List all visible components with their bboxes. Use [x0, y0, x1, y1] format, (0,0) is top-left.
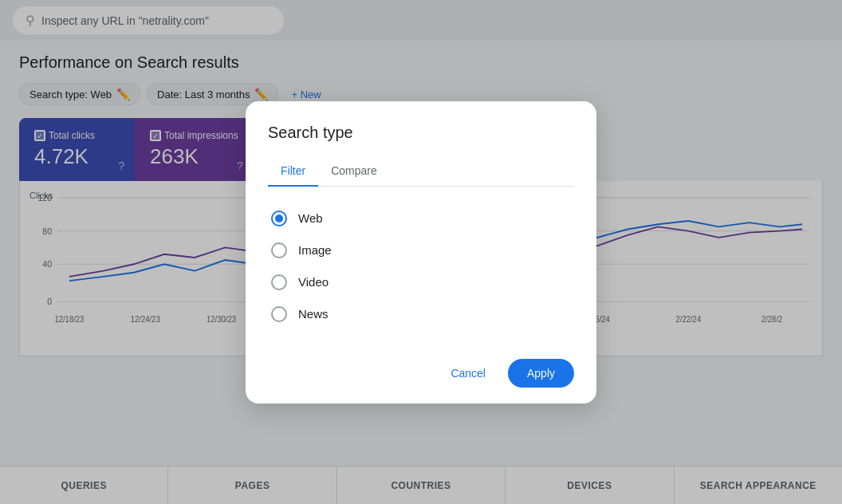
radio-item-web[interactable]: Web [268, 203, 574, 234]
radio-list: Web Image Video News [268, 193, 574, 340]
radio-circle-image [271, 242, 287, 258]
radio-label-video: Video [298, 275, 329, 289]
dialog-tabs: Filter Compare [268, 158, 574, 187]
modal-overlay[interactable]: Search type Filter Compare Web Image [0, 0, 842, 504]
dialog-title: Search type [268, 124, 574, 142]
radio-circle-news [271, 306, 287, 322]
radio-item-news[interactable]: News [268, 298, 574, 330]
tab-filter[interactable]: Filter [268, 158, 318, 187]
radio-item-video[interactable]: Video [268, 266, 574, 298]
radio-label-image: Image [298, 243, 332, 257]
dialog-actions: Cancel Apply [268, 352, 574, 388]
radio-label-news: News [298, 307, 329, 321]
cancel-button[interactable]: Cancel [435, 359, 502, 388]
radio-inner-web [275, 215, 283, 222]
tab-compare[interactable]: Compare [318, 158, 390, 187]
apply-button[interactable]: Apply [508, 359, 574, 388]
radio-label-web: Web [298, 211, 323, 225]
radio-item-image[interactable]: Image [268, 234, 574, 266]
search-type-dialog: Search type Filter Compare Web Image [246, 101, 596, 404]
radio-circle-video [271, 274, 287, 290]
radio-circle-web [271, 211, 287, 226]
